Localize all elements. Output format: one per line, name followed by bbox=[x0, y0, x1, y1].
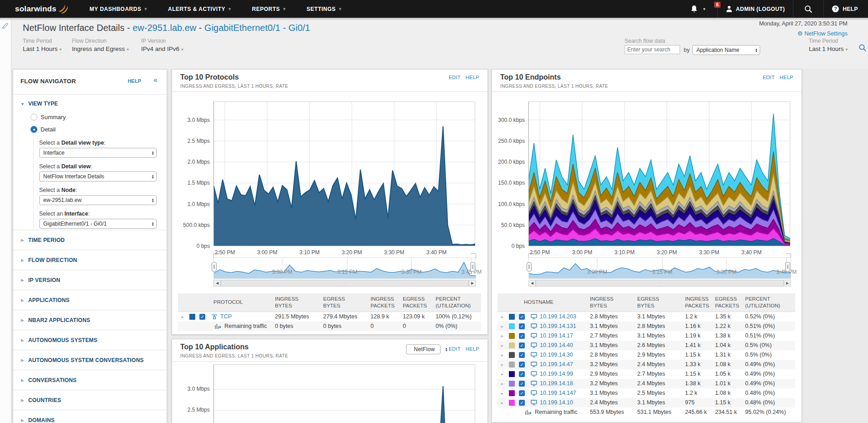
series-color-swatch bbox=[509, 314, 515, 320]
series-name-link[interactable]: 10.199.14.40 bbox=[540, 342, 573, 348]
sidebar-section-countries[interactable]: ▶COUNTRIES bbox=[13, 390, 167, 410]
select-detail-view-type[interactable]: Interface ▲▼ bbox=[39, 148, 157, 158]
series-checkbox[interactable]: ✓ bbox=[519, 342, 525, 348]
series-checkbox[interactable]: ✓ bbox=[519, 381, 525, 387]
expand-row-icon[interactable]: ▸ bbox=[501, 381, 506, 386]
menu-my-dashboards[interactable]: MY DASHBOARDS▾ bbox=[90, 6, 147, 12]
select-interface[interactable]: GigabitEthernet0/1 - Gi0/1 ▲▼ bbox=[39, 219, 157, 229]
expand-row-icon[interactable]: ▸ bbox=[501, 343, 506, 348]
node-link[interactable]: ew-2951.lab.ew bbox=[132, 23, 196, 33]
filter-value[interactable]: Last 1 Hours▾ bbox=[23, 45, 62, 52]
time-range-brush[interactable]: 3:00 PM3:15 PM3:30 PM3:45 PM bbox=[213, 257, 476, 279]
select-detail-view[interactable]: NetFlow Interface Details ▲▼ bbox=[39, 171, 157, 181]
help-link[interactable]: HELP bbox=[780, 75, 793, 80]
radio-detail[interactable]: Detail bbox=[30, 126, 56, 133]
filter-value[interactable]: Ingress and Egress▾ bbox=[72, 45, 129, 52]
series-checkbox[interactable]: ✓ bbox=[519, 371, 525, 377]
help-link[interactable]: HELP bbox=[466, 346, 479, 352]
scroll-left-button[interactable]: ◀ bbox=[214, 280, 221, 286]
scrollbar-thumb[interactable]: ∙∙∙ bbox=[221, 280, 469, 286]
chart-scrollbar[interactable]: ◀ ∙∙∙ ▶ bbox=[528, 280, 791, 287]
flow-search-button[interactable] bbox=[858, 44, 867, 54]
netflow-settings-link[interactable]: ⚙NetFlow Settings bbox=[797, 30, 848, 37]
notifications-button[interactable]: 6 ▾ bbox=[682, 0, 717, 18]
scroll-right-button[interactable]: ▶ bbox=[469, 280, 476, 286]
brush-handle-left[interactable] bbox=[212, 262, 217, 272]
help-button[interactable]: ? HELP bbox=[823, 0, 868, 18]
user-menu[interactable]: ADMIN (LOGOUT) bbox=[717, 0, 793, 18]
table-row-remaining-traffic: Remaining traffic 0 bytes0 bytes000% (0%… bbox=[178, 322, 481, 331]
scrollbar-thumb[interactable]: ∙∙∙ bbox=[536, 280, 784, 286]
scroll-left-button[interactable]: ◀ bbox=[529, 280, 536, 286]
sidebar-section-applications[interactable]: ▶APPLICATIONS bbox=[13, 290, 167, 310]
expand-row-icon[interactable]: ▸ bbox=[501, 324, 506, 329]
expand-row-icon[interactable]: ▸ bbox=[501, 372, 506, 377]
sidebar-section-time-period[interactable]: ▶TIME PERIOD bbox=[13, 230, 167, 250]
expand-row-icon[interactable]: ▸ bbox=[501, 314, 506, 319]
series-name-link[interactable]: 10.199.14.10 bbox=[540, 399, 573, 406]
brush-handle-right[interactable] bbox=[785, 262, 790, 272]
brush-handle-left[interactable] bbox=[527, 262, 532, 272]
flow-navigator-help-link[interactable]: HELP bbox=[128, 78, 141, 84]
series-name-link[interactable]: 10.199.14.47 bbox=[540, 361, 573, 368]
select-node[interactable]: ew-2951.lab.ew ▲▼ bbox=[39, 195, 157, 205]
series-checkbox[interactable]: ✓ bbox=[519, 352, 525, 358]
expand-row-icon[interactable]: ▸ bbox=[501, 352, 506, 358]
expand-row-icon[interactable]: ▸ bbox=[182, 314, 186, 319]
series-name-link[interactable]: 10.199.14.18 bbox=[540, 380, 573, 387]
global-search-button[interactable] bbox=[793, 0, 823, 18]
series-name-link[interactable]: 10.199.14.203 bbox=[540, 313, 576, 320]
series-checkbox[interactable]: ✓ bbox=[519, 323, 525, 329]
source-select[interactable]: NetFlow ▲▼ bbox=[406, 344, 441, 354]
endpoints-chart bbox=[528, 101, 790, 246]
series-checkbox[interactable]: ✓ bbox=[519, 362, 525, 368]
sidebar-section-autonomous-system-conversations[interactable]: ▶AUTONOMOUS SYSTEM CONVERSATIONS bbox=[13, 350, 167, 370]
search-by-select[interactable]: Application Name ▲▼ bbox=[692, 45, 760, 55]
sidebar-section-autonomous-systems[interactable]: ▶AUTONOMOUS SYSTEMS bbox=[13, 330, 167, 350]
expand-row-icon[interactable]: ▸ bbox=[501, 400, 506, 405]
series-name-link[interactable]: TCP bbox=[220, 313, 232, 320]
menu-settings[interactable]: SETTINGS▾ bbox=[307, 6, 342, 12]
expand-row-icon[interactable]: ▸ bbox=[501, 333, 506, 338]
search-flow-input[interactable] bbox=[624, 45, 680, 54]
customize-page-rail[interactable] bbox=[0, 18, 11, 423]
expand-row-icon[interactable]: ▸ bbox=[501, 391, 506, 396]
time-period-value[interactable]: Last 1 Hours▾ bbox=[809, 45, 848, 52]
sidebar-section-ip-version[interactable]: ▶IP VERSION bbox=[13, 270, 167, 290]
series-name-link[interactable]: 10.199.14.99 bbox=[540, 371, 573, 377]
radio-summary[interactable]: Summary bbox=[30, 114, 66, 121]
help-link[interactable]: HELP bbox=[466, 75, 479, 80]
endpoint-monitor-icon bbox=[531, 381, 537, 386]
edit-link[interactable]: EDIT bbox=[763, 75, 775, 80]
series-name-link[interactable]: 10.199.14.147 bbox=[540, 390, 576, 396]
interface-link[interactable]: GigabitEthernet0/1 - Gi0/1 bbox=[204, 23, 310, 33]
series-name-link[interactable]: 10.199.14.131 bbox=[540, 323, 576, 329]
table-row-10-199-14-131: ▸ ✓ 10.199.14.131 3.1 Mbytes2.8 Mbytes1.… bbox=[497, 322, 795, 331]
series-checkbox[interactable]: ✓ bbox=[519, 314, 525, 320]
time-range-brush[interactable]: 3:00 PM3:15 PM3:30 PM3:45 PM bbox=[528, 257, 791, 279]
scroll-right-button[interactable]: ▶ bbox=[784, 280, 791, 286]
series-checkbox[interactable]: ✓ bbox=[519, 400, 525, 406]
series-checkbox[interactable]: ✓ bbox=[519, 333, 525, 339]
cell: 1.33 k bbox=[685, 360, 715, 369]
menu-reports[interactable]: REPORTS▾ bbox=[252, 6, 286, 12]
collapse-panel-icon[interactable]: « bbox=[153, 76, 157, 84]
filter-value[interactable]: IPv4 and IPv6▾ bbox=[141, 45, 183, 52]
series-name-link[interactable]: 10.199.14.17 bbox=[540, 332, 573, 339]
brush-handle-right[interactable] bbox=[470, 262, 475, 272]
series-checkbox[interactable]: ✓ bbox=[199, 314, 205, 320]
expand-row-icon[interactable]: ▸ bbox=[501, 362, 506, 367]
series-name-link[interactable]: 10.199.14.30 bbox=[540, 352, 573, 358]
sidebar-section-conversations[interactable]: ▶CONVERSATIONS bbox=[13, 370, 167, 390]
sidebar-section-flow-direction[interactable]: ▶FLOW DIRECTION bbox=[13, 250, 167, 270]
view-type-section-header[interactable]: ▼VIEW TYPE bbox=[20, 101, 58, 107]
sidebar-section-domains[interactable]: ▶DOMAINS bbox=[13, 410, 167, 423]
series-checkbox[interactable]: ✓ bbox=[519, 390, 525, 396]
sidebar-section-nbar2-applications[interactable]: ▶NBAR2 APPLICATIONS bbox=[13, 310, 167, 330]
chart-scrollbar[interactable]: ◀ ∙∙∙ ▶ bbox=[213, 280, 476, 287]
edit-link[interactable]: EDIT bbox=[449, 346, 461, 352]
edit-link[interactable]: EDIT bbox=[449, 75, 461, 80]
menu-alerts-activity[interactable]: ALERTS & ACTIVITY▾ bbox=[168, 6, 231, 12]
y-axis-label: 2.0 Mbps bbox=[173, 159, 210, 165]
solarwinds-logo[interactable]: solarwinds bbox=[15, 4, 69, 14]
